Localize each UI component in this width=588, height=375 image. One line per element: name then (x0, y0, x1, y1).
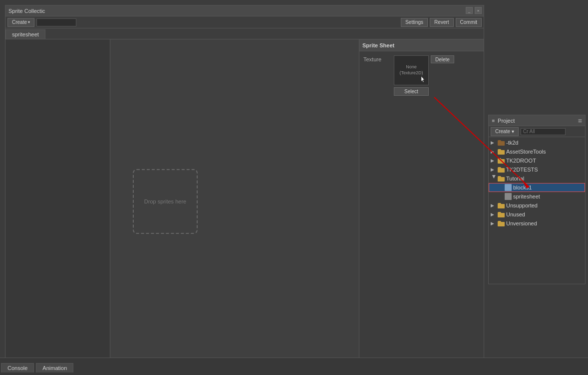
main-toolbar: Create ▾ Settings Revert Commit (5, 16, 484, 28)
tree-arrow-assetstore: ▶ (491, 149, 498, 154)
tree-arrow-tutorial: ▶ (492, 175, 497, 182)
select-texture-button[interactable]: Select (394, 87, 429, 96)
texture-value: None(Texture2D) (399, 64, 423, 76)
folder-icon-unused (498, 211, 505, 217)
tree-arrow-unused: ▶ (491, 212, 498, 217)
folder-icon-unsupported (498, 202, 505, 208)
tree-item-tk2dtests[interactable]: ▶ TK2DTESTS (489, 165, 585, 174)
tree-label-tk2dtests: TK2DTESTS (506, 167, 538, 173)
folder-icon-unversioned (498, 220, 505, 226)
main-title: Sprite Collectic (8, 8, 45, 14)
bottom-panel: Console Animation (0, 358, 588, 375)
tree-item-tk2droot[interactable]: ▶ TK2DROOT (489, 156, 585, 165)
cursor-indicator (420, 76, 426, 83)
console-tab[interactable]: Console (1, 363, 34, 373)
tree-label-blocks1: blocks1 (513, 185, 532, 190)
window-controls: _ × (466, 7, 482, 14)
texture-label: Texture (363, 55, 391, 62)
tree-item-tk2d[interactable]: ▶ -tk2d (489, 138, 585, 147)
project-menu-button[interactable]: ≡ (578, 117, 582, 125)
project-title: Project (498, 118, 515, 124)
tree-arrow-unversioned: ▶ (491, 221, 498, 226)
tree-label-spritesheet: spritesheet (513, 193, 540, 199)
main-window: Sprite Collectic _ × Create ▾ Settings R… (5, 5, 484, 364)
revert-button[interactable]: Revert (430, 18, 453, 27)
main-content: Drop sprites here Sprite Sheet Texture N… (5, 39, 484, 364)
tree-label-tutorial: Tutorial (506, 176, 524, 182)
tree-item-blocks1[interactable]: blocks1 (489, 183, 585, 192)
tree-item-spritesheet[interactable]: spritesheet (489, 192, 585, 201)
folder-icon-tk2d (498, 140, 505, 146)
file-icon-spritesheet (505, 193, 512, 200)
folder-icon-tutorial (498, 176, 505, 182)
project-search-input[interactable] (521, 128, 566, 135)
tree-label-unsupported: Unsupported (506, 202, 538, 208)
spritesheet-tab[interactable]: spritesheet (5, 29, 45, 39)
tree-item-unversioned[interactable]: ▶ Unversioned (489, 219, 585, 228)
project-toolbar: Create ▾ (489, 126, 585, 137)
sprite-sheet-panel: Sprite Sheet Texture None(Texture2D) (359, 39, 484, 364)
tree-item-unused[interactable]: ▶ Unused (489, 210, 585, 219)
canvas-area[interactable]: Drop sprites here (110, 39, 359, 364)
drop-zone-text: Drop sprites here (144, 198, 186, 204)
tree-arrow-unsupported: ▶ (491, 203, 498, 208)
search-input[interactable] (36, 18, 76, 26)
sprite-list-panel (5, 39, 110, 364)
tree-label-tk2d: -tk2d (506, 140, 518, 146)
tree-arrow-tk2d: ▶ (491, 140, 498, 145)
animation-tab[interactable]: Animation (36, 363, 73, 373)
tab-bar: spritesheet (5, 28, 484, 39)
folder-icon-tk2dtests (498, 167, 505, 173)
tree-item-tutorial[interactable]: ▶ Tutorial (489, 174, 585, 183)
tree-item-unsupported[interactable]: ▶ Unsupported (489, 201, 585, 210)
texture-preview: None(Texture2D) (394, 55, 429, 85)
tree-arrow-tk2dtests: ▶ (491, 167, 498, 172)
settings-button[interactable]: Settings (401, 18, 428, 27)
tree-arrow-tk2droot: ▶ (491, 158, 498, 163)
tree-label-tk2droot: TK2DROOT (506, 158, 536, 164)
tree-item-assetstore[interactable]: ▶ AssetStoreTools (489, 147, 585, 156)
sprite-sheet-title: Sprite Sheet (362, 42, 394, 48)
create-button[interactable]: Create ▾ (7, 18, 34, 27)
project-panel: ■ Project ≡ Create ▾ ▶ -tk2d ▶ AssetStor… (488, 115, 586, 284)
project-tree: ▶ -tk2d ▶ AssetStoreTools ▶ TK2DROOT ▶ T… (489, 137, 585, 284)
texture-field-row: Texture None(Texture2D) Delet (363, 55, 480, 96)
file-icon-blocks1 (505, 184, 512, 191)
project-titlebar: ■ Project ≡ (489, 115, 585, 126)
commit-button[interactable]: Commit (456, 18, 482, 27)
delete-button[interactable]: Delete (431, 55, 454, 63)
drop-zone[interactable]: Drop sprites here (133, 169, 198, 234)
project-icon: ■ (492, 118, 495, 123)
sprite-sheet-toolbar: Sprite Sheet (359, 39, 484, 51)
close-button[interactable]: × (475, 7, 482, 14)
project-create-button[interactable]: Create ▾ (491, 127, 519, 136)
folder-icon-assetstore (498, 149, 505, 155)
sprite-sheet-content: Texture None(Texture2D) Delet (359, 51, 484, 104)
tree-label-unused: Unused (506, 211, 525, 217)
minimize-button[interactable]: _ (466, 7, 473, 14)
folder-icon-tk2droot (498, 158, 505, 164)
tree-label-assetstore: AssetStoreTools (506, 149, 546, 155)
tree-label-unversioned: Unversioned (506, 220, 537, 226)
main-titlebar: Sprite Collectic _ × (5, 5, 484, 16)
